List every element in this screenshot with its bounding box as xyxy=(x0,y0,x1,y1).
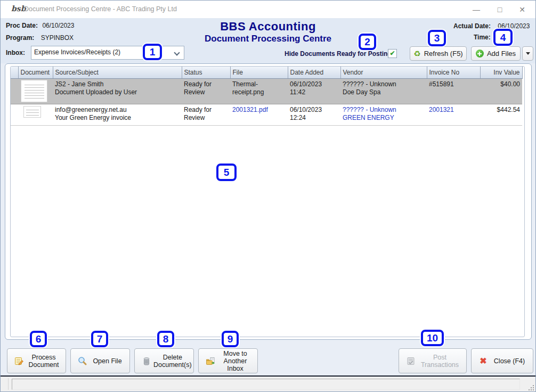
process-document-icon xyxy=(14,356,24,366)
document-thumbnail[interactable] xyxy=(21,80,47,102)
som-mark-1: 1 xyxy=(143,44,162,60)
row-status: Ready for Review xyxy=(182,78,230,104)
time-label: Time: xyxy=(474,34,491,41)
inbox-label: Inbox: xyxy=(6,49,25,56)
column-header-source-subject[interactable]: Source/Subject xyxy=(53,67,182,78)
som-mark-4: 4 xyxy=(493,29,513,46)
title-bar: bsb Document Processing Centre - ABC Tra… xyxy=(1,1,535,18)
row-subject: Your Green Energy invoice xyxy=(55,114,180,122)
column-header-vendor[interactable]: Vendor xyxy=(340,67,427,78)
minimize-icon[interactable]: — xyxy=(468,4,484,15)
add-icon xyxy=(476,50,484,58)
column-header-invoice-no[interactable]: Invoice No xyxy=(427,67,480,78)
move-inbox-icon xyxy=(206,356,215,366)
close-icon: ✖ xyxy=(478,356,488,366)
inbox-selected-value: Expense Invoices/Receipts (2) xyxy=(34,48,120,56)
delete-documents-label: Delete Document(s) xyxy=(151,354,196,369)
delete-documents-button[interactable]: Delete Document(s) xyxy=(134,348,194,373)
row-inv-value: $40.00 xyxy=(480,78,522,104)
add-files-label: Add Files xyxy=(487,50,516,58)
som-mark-10: 10 xyxy=(421,330,444,346)
open-file-label: Open File xyxy=(87,357,129,365)
add-files-dropdown-button[interactable] xyxy=(522,46,533,61)
row-file-link[interactable]: Thermal-receipt.png xyxy=(232,80,264,96)
close-button[interactable]: ✖ Close (F4) xyxy=(471,348,533,373)
post-transactions-button: Post Transactions xyxy=(399,348,467,373)
move-to-another-inbox-label: Move to Another Inbox xyxy=(215,350,257,372)
som-mark-8: 8 xyxy=(157,331,174,347)
som-mark-9: 9 xyxy=(222,331,239,347)
window-title: Document Processing Centre - ABC Trading… xyxy=(24,5,177,13)
column-header-status[interactable]: Status xyxy=(182,67,230,78)
app-window: bsb Document Processing Centre - ABC Tra… xyxy=(0,0,536,392)
row-invoice-no[interactable]: 2001321 xyxy=(427,104,480,125)
row-status: Ready for Review xyxy=(182,104,230,125)
row-source: JS2 - Jane Smith xyxy=(55,80,180,88)
som-mark-7: 7 xyxy=(91,331,108,347)
table-row[interactable]: JS2 - Jane Smith Document Uploaded by Us… xyxy=(11,78,522,104)
row-invoice-no: #515891 xyxy=(427,78,480,104)
post-transactions-icon xyxy=(406,356,416,366)
grid-header-row: Document Source/Subject Status File Date… xyxy=(11,67,522,78)
row-date-added: 06/10/2023 11:42 xyxy=(288,78,340,104)
documents-grid: Document Source/Subject Status File Date… xyxy=(10,66,525,337)
post-transactions-label: Post Transactions xyxy=(416,354,466,369)
hide-documents-label: Hide Documents Ready for Posting: xyxy=(285,50,394,58)
refresh-button[interactable]: ♻ Refresh (F5) xyxy=(410,46,467,61)
chevron-down-icon xyxy=(174,50,180,55)
move-to-another-inbox-button[interactable]: Move to Another Inbox xyxy=(198,348,258,373)
column-header-indicator xyxy=(11,67,18,78)
close-window-icon[interactable]: ✕ xyxy=(514,4,530,15)
column-header-file[interactable]: File xyxy=(230,67,288,78)
hide-documents-checkbox[interactable]: ✔ xyxy=(388,49,397,58)
document-thumbnail[interactable] xyxy=(23,106,41,118)
resize-grip[interactable] xyxy=(529,385,534,390)
column-header-document[interactable]: Document xyxy=(18,67,53,78)
status-bar-divider xyxy=(8,378,9,390)
app-subtitle: Document Processing Centre xyxy=(1,34,535,44)
status-message-panel xyxy=(12,379,520,390)
open-file-icon xyxy=(78,356,87,366)
row-vendor-code[interactable]: ?????? - Unknown xyxy=(343,106,425,114)
open-file-button[interactable]: Open File xyxy=(70,348,130,373)
row-vendor-name[interactable]: GREEN ENERGY xyxy=(343,114,425,122)
row-vendor-name: Doe Day Spa xyxy=(343,88,425,96)
actual-date-label: Actual Date: xyxy=(453,22,491,30)
maximize-icon[interactable]: □ xyxy=(492,4,508,15)
column-header-date-added[interactable]: Date Added xyxy=(288,67,340,78)
row-subject: Document Uploaded by User xyxy=(55,88,180,96)
row-date-added: 06/10/2023 12:24 xyxy=(288,104,340,125)
row-file-link[interactable]: 2001321.pdf xyxy=(232,106,268,113)
row-inv-value: $442.54 xyxy=(480,104,522,125)
documents-groupbox: Document Source/Subject Status File Date… xyxy=(5,63,532,340)
close-button-label: Close (F4) xyxy=(488,357,533,365)
som-mark-2: 2 xyxy=(359,34,376,50)
row-vendor-code: ?????? - Unknown xyxy=(343,80,425,88)
dropdown-arrow-icon xyxy=(526,52,530,55)
column-header-inv-value[interactable]: Inv Value xyxy=(480,67,522,78)
som-mark-5: 5 xyxy=(216,164,237,181)
header-panel: Proc Date: 06/10/2023 Program: SYPINBOX … xyxy=(1,18,535,63)
refresh-button-label: Refresh (F5) xyxy=(424,50,463,58)
row-source: info@greenenergy.net.au xyxy=(55,106,180,114)
som-mark-6: 6 xyxy=(30,331,47,347)
som-mark-3: 3 xyxy=(428,30,446,46)
table-row[interactable]: info@greenenergy.net.au Your Green Energ… xyxy=(11,104,522,125)
process-document-label: Process Document xyxy=(24,354,66,369)
delete-icon xyxy=(142,356,151,366)
process-document-button[interactable]: Process Document xyxy=(7,348,66,373)
refresh-icon: ♻ xyxy=(413,50,420,58)
add-files-button[interactable]: Add Files xyxy=(471,46,521,61)
status-bar xyxy=(1,377,535,392)
